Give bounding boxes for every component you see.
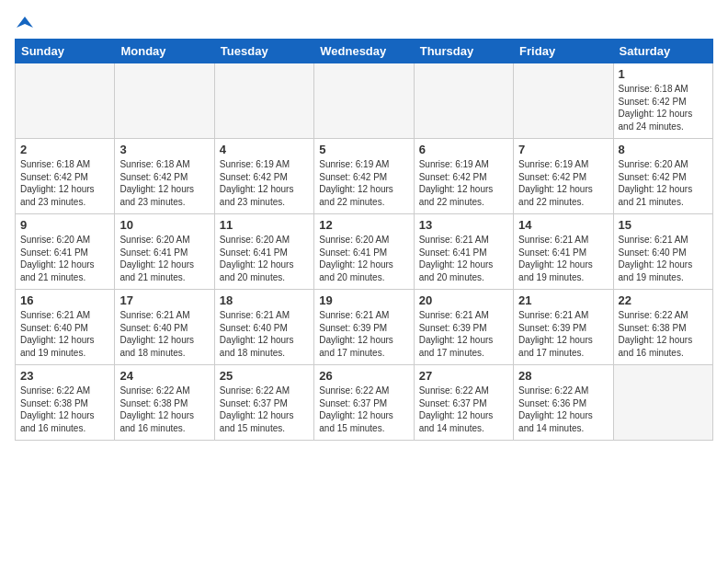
weekday-header-wednesday: Wednesday — [314, 40, 414, 63]
cell-date-number: 28 — [518, 369, 608, 383]
cell-info-text: Sunrise: 6:21 AM Sunset: 6:40 PM Dayligh… — [20, 309, 109, 359]
cell-date-number: 17 — [119, 293, 209, 307]
weekday-header-thursday: Thursday — [414, 40, 513, 63]
cell-date-number: 22 — [619, 293, 708, 307]
cell-info-text: Sunrise: 6:19 AM Sunset: 6:42 PM Dayligh… — [220, 158, 309, 208]
cell-info-text: Sunrise: 6:18 AM Sunset: 6:42 PM Dayligh… — [20, 158, 109, 208]
cell-info-text: Sunrise: 6:21 AM Sunset: 6:41 PM Dayligh… — [518, 234, 608, 283]
cell-info-text: Sunrise: 6:21 AM Sunset: 6:39 PM Dayligh… — [518, 309, 608, 359]
cell-date-number: 13 — [419, 218, 508, 232]
svg-marker-0 — [17, 17, 33, 28]
calendar-week-row: 23Sunrise: 6:22 AM Sunset: 6:38 PM Dayli… — [16, 365, 713, 441]
cell-info-text: Sunrise: 6:22 AM Sunset: 6:37 PM Dayligh… — [319, 385, 408, 434]
calendar-cell: 3Sunrise: 6:18 AM Sunset: 6:42 PM Daylig… — [115, 139, 214, 214]
cell-date-number: 25 — [220, 369, 309, 383]
calendar-cell: 22Sunrise: 6:22 AM Sunset: 6:38 PM Dayli… — [613, 290, 712, 365]
calendar-cell: 2Sunrise: 6:18 AM Sunset: 6:42 PM Daylig… — [16, 139, 115, 214]
calendar-cell — [414, 63, 513, 139]
cell-info-text: Sunrise: 6:21 AM Sunset: 6:41 PM Dayligh… — [419, 234, 508, 283]
calendar-cell: 17Sunrise: 6:21 AM Sunset: 6:40 PM Dayli… — [115, 290, 214, 365]
calendar-week-row: 16Sunrise: 6:21 AM Sunset: 6:40 PM Dayli… — [16, 290, 713, 365]
cell-info-text: Sunrise: 6:19 AM Sunset: 6:42 PM Dayligh… — [319, 158, 408, 208]
calendar-cell — [314, 63, 414, 139]
cell-date-number: 12 — [319, 218, 408, 232]
calendar-cell: 8Sunrise: 6:20 AM Sunset: 6:42 PM Daylig… — [613, 139, 712, 214]
calendar-cell: 13Sunrise: 6:21 AM Sunset: 6:41 PM Dayli… — [414, 214, 513, 290]
calendar-cell: 9Sunrise: 6:20 AM Sunset: 6:41 PM Daylig… — [16, 214, 115, 290]
cell-info-text: Sunrise: 6:22 AM Sunset: 6:38 PM Dayligh… — [619, 309, 708, 359]
header — [15, 15, 713, 31]
cell-date-number: 16 — [20, 293, 109, 307]
cell-info-text: Sunrise: 6:20 AM Sunset: 6:41 PM Dayligh… — [319, 234, 408, 283]
cell-date-number: 9 — [20, 218, 109, 232]
cell-date-number: 18 — [220, 293, 309, 307]
calendar-cell: 18Sunrise: 6:21 AM Sunset: 6:40 PM Dayli… — [214, 290, 313, 365]
calendar-cell: 11Sunrise: 6:20 AM Sunset: 6:41 PM Dayli… — [214, 214, 313, 290]
cell-info-text: Sunrise: 6:19 AM Sunset: 6:42 PM Dayligh… — [518, 158, 608, 208]
calendar-week-row: 1Sunrise: 6:18 AM Sunset: 6:42 PM Daylig… — [16, 63, 713, 139]
calendar-table: SundayMondayTuesdayWednesdayThursdayFrid… — [15, 39, 713, 441]
calendar-cell: 16Sunrise: 6:21 AM Sunset: 6:40 PM Dayli… — [16, 290, 115, 365]
calendar-cell: 14Sunrise: 6:21 AM Sunset: 6:41 PM Dayli… — [514, 214, 613, 290]
cell-date-number: 2 — [20, 143, 109, 156]
calendar-cell — [613, 365, 712, 441]
cell-date-number: 23 — [20, 369, 109, 383]
cell-date-number: 14 — [518, 218, 608, 232]
cell-date-number: 6 — [419, 143, 508, 156]
cell-date-number: 15 — [619, 218, 708, 232]
weekday-header-monday: Monday — [115, 40, 214, 63]
cell-info-text: Sunrise: 6:20 AM Sunset: 6:42 PM Dayligh… — [619, 158, 708, 208]
cell-info-text: Sunrise: 6:21 AM Sunset: 6:39 PM Dayligh… — [319, 309, 408, 359]
calendar-cell: 23Sunrise: 6:22 AM Sunset: 6:38 PM Dayli… — [16, 365, 115, 441]
cell-date-number: 24 — [119, 369, 209, 383]
weekday-header-row: SundayMondayTuesdayWednesdayThursdayFrid… — [16, 40, 713, 63]
calendar-cell: 7Sunrise: 6:19 AM Sunset: 6:42 PM Daylig… — [514, 139, 613, 214]
calendar-cell: 1Sunrise: 6:18 AM Sunset: 6:42 PM Daylig… — [613, 63, 712, 139]
cell-date-number: 8 — [619, 143, 708, 156]
cell-info-text: Sunrise: 6:22 AM Sunset: 6:36 PM Dayligh… — [518, 385, 608, 434]
cell-date-number: 20 — [419, 293, 508, 307]
cell-info-text: Sunrise: 6:21 AM Sunset: 6:40 PM Dayligh… — [119, 309, 209, 359]
cell-info-text: Sunrise: 6:20 AM Sunset: 6:41 PM Dayligh… — [20, 234, 109, 283]
cell-info-text: Sunrise: 6:22 AM Sunset: 6:38 PM Dayligh… — [20, 385, 109, 434]
calendar-cell: 28Sunrise: 6:22 AM Sunset: 6:36 PM Dayli… — [514, 365, 613, 441]
calendar-cell: 12Sunrise: 6:20 AM Sunset: 6:41 PM Dayli… — [314, 214, 414, 290]
calendar-cell: 25Sunrise: 6:22 AM Sunset: 6:37 PM Dayli… — [214, 365, 313, 441]
cell-info-text: Sunrise: 6:18 AM Sunset: 6:42 PM Dayligh… — [619, 83, 708, 132]
cell-info-text: Sunrise: 6:19 AM Sunset: 6:42 PM Dayligh… — [419, 158, 508, 208]
calendar-cell — [16, 63, 115, 139]
calendar-cell: 19Sunrise: 6:21 AM Sunset: 6:39 PM Dayli… — [314, 290, 414, 365]
calendar-cell: 10Sunrise: 6:20 AM Sunset: 6:41 PM Dayli… — [115, 214, 214, 290]
calendar-cell: 24Sunrise: 6:22 AM Sunset: 6:38 PM Dayli… — [115, 365, 214, 441]
cell-date-number: 11 — [220, 218, 309, 232]
cell-info-text: Sunrise: 6:18 AM Sunset: 6:42 PM Dayligh… — [119, 158, 209, 208]
calendar-week-row: 9Sunrise: 6:20 AM Sunset: 6:41 PM Daylig… — [16, 214, 713, 290]
calendar-cell: 4Sunrise: 6:19 AM Sunset: 6:42 PM Daylig… — [214, 139, 313, 214]
cell-date-number: 26 — [319, 369, 408, 383]
weekday-header-saturday: Saturday — [613, 40, 712, 63]
calendar-cell: 20Sunrise: 6:21 AM Sunset: 6:39 PM Dayli… — [414, 290, 513, 365]
calendar-cell: 6Sunrise: 6:19 AM Sunset: 6:42 PM Daylig… — [414, 139, 513, 214]
cell-date-number: 4 — [220, 143, 309, 156]
cell-date-number: 10 — [119, 218, 209, 232]
calendar-cell: 15Sunrise: 6:21 AM Sunset: 6:40 PM Dayli… — [613, 214, 712, 290]
calendar-week-row: 2Sunrise: 6:18 AM Sunset: 6:42 PM Daylig… — [16, 139, 713, 214]
cell-date-number: 5 — [319, 143, 408, 156]
weekday-header-friday: Friday — [514, 40, 613, 63]
logo — [15, 15, 33, 31]
cell-info-text: Sunrise: 6:22 AM Sunset: 6:37 PM Dayligh… — [220, 385, 309, 434]
cell-date-number: 1 — [619, 67, 708, 81]
weekday-header-sunday: Sunday — [16, 40, 115, 63]
cell-info-text: Sunrise: 6:20 AM Sunset: 6:41 PM Dayligh… — [119, 234, 209, 283]
cell-info-text: Sunrise: 6:20 AM Sunset: 6:41 PM Dayligh… — [220, 234, 309, 283]
cell-date-number: 27 — [419, 369, 508, 383]
calendar-cell: 26Sunrise: 6:22 AM Sunset: 6:37 PM Dayli… — [314, 365, 414, 441]
cell-info-text: Sunrise: 6:21 AM Sunset: 6:40 PM Dayligh… — [619, 234, 708, 283]
cell-date-number: 21 — [518, 293, 608, 307]
calendar-cell: 27Sunrise: 6:22 AM Sunset: 6:37 PM Dayli… — [414, 365, 513, 441]
weekday-header-tuesday: Tuesday — [214, 40, 313, 63]
cell-info-text: Sunrise: 6:22 AM Sunset: 6:37 PM Dayligh… — [419, 385, 508, 434]
cell-date-number: 3 — [119, 143, 209, 156]
calendar-cell: 21Sunrise: 6:21 AM Sunset: 6:39 PM Dayli… — [514, 290, 613, 365]
calendar-cell — [115, 63, 214, 139]
